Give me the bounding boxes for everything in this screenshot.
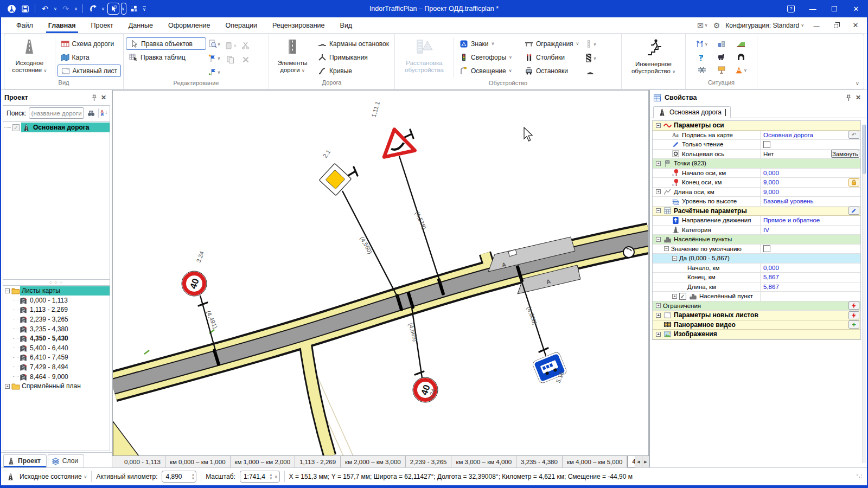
copy-icon[interactable] xyxy=(226,55,235,64)
panel-splitter[interactable]: ⁘⁘⁘ xyxy=(3,280,110,285)
undo-dropdown-icon[interactable]: ∨ xyxy=(53,7,58,11)
value-checkbox[interactable] xyxy=(763,245,770,252)
active-sheet-button[interactable]: Активный лист xyxy=(58,65,121,77)
property-value[interactable]: 5,867 xyxy=(763,274,779,280)
property-value[interactable]: 0,000 xyxy=(763,265,779,271)
property-section[interactable]: −Расчётные параметры xyxy=(653,207,860,216)
go-to-flag-button[interactable]: ∨ xyxy=(207,66,221,79)
add-button[interactable]: + xyxy=(848,320,859,329)
map-sheet-item[interactable]: 6,410 - 7,459 xyxy=(3,353,110,363)
traffic-lights-button[interactable]: Светофоры∨ xyxy=(456,51,520,63)
property-row[interactable]: 0,Конец оси, км9,000 xyxy=(653,178,860,188)
embankment-icon[interactable] xyxy=(737,40,745,48)
engineering-equipment-button[interactable]: Инженерное обустройство ∨ xyxy=(624,36,683,76)
road-visibility-checkbox[interactable]: ✓ xyxy=(12,124,20,131)
pin-icon[interactable] xyxy=(844,93,853,102)
sheet-tab[interactable]: 2,239 - 3,265 xyxy=(406,456,452,467)
bus-stops-button[interactable]: Остановки xyxy=(521,65,582,77)
app-icon[interactable] xyxy=(5,3,17,15)
expand-expander[interactable]: + xyxy=(656,161,661,166)
guide-sign-button[interactable]: ∨ xyxy=(583,52,597,65)
sheet-tab[interactable]: 0,000 - 1,113 xyxy=(120,456,165,467)
project-tab[interactable]: Проект xyxy=(3,454,47,467)
settings-gear-icon[interactable]: ⚙ xyxy=(713,21,720,30)
expand-expander[interactable]: + xyxy=(5,384,10,389)
road-tree-item[interactable]: ✓ Основная дорога xyxy=(3,122,110,133)
paste-button[interactable]: ∨ xyxy=(225,41,237,50)
road-schema-button[interactable]: Схема дороги xyxy=(58,37,121,50)
menu-tab[interactable]: Данные xyxy=(121,17,161,33)
object-tab[interactable]: Основная дорога xyxy=(653,106,731,118)
preview-button[interactable]: ∨ xyxy=(207,37,221,50)
menu-tab[interactable]: Операции xyxy=(218,17,265,33)
map-sheet-item[interactable]: 2,239 - 3,265 xyxy=(3,314,110,324)
initial-state-button[interactable]: Исходное состояние ∨ xyxy=(7,36,53,76)
checkbox[interactable]: ✓ xyxy=(679,293,686,300)
tabs-scroll-left-icon[interactable]: ◀ xyxy=(635,456,642,467)
ribbon-collapse-icon[interactable]: ∨ xyxy=(856,80,859,86)
map-sheet-item[interactable]: 7,429 - 8,494 xyxy=(3,362,110,372)
collapse-expander[interactable]: − xyxy=(664,246,669,251)
delete-icon[interactable] xyxy=(241,55,250,64)
document-close-button[interactable]: ✕ xyxy=(848,20,863,31)
property-section[interactable]: −Параметры оси xyxy=(653,121,860,131)
property-row[interactable]: Направление движенияПрямое и обратное xyxy=(653,216,860,226)
redo-dropdown-icon[interactable]: ∨ xyxy=(73,7,79,11)
redo-button[interactable]: ↷ xyxy=(60,3,72,15)
find-binoculars-icon[interactable] xyxy=(86,108,96,118)
map-sheet-item[interactable]: 3,235 - 4,380 xyxy=(3,324,110,334)
map-sheet-item[interactable]: 4,350 - 5,430 xyxy=(3,333,110,343)
sheet-tab[interactable]: 3,235 - 4,380 xyxy=(516,456,563,467)
recalculate-button[interactable] xyxy=(848,301,859,310)
save-button[interactable] xyxy=(19,3,31,15)
lighting-button[interactable]: Освещение∨ xyxy=(456,65,520,77)
edit-tables-button[interactable]: Правка таблиц xyxy=(126,51,206,63)
sheet-tab[interactable]: км 3,000 – км 4,000 xyxy=(451,456,516,467)
sign-speed-limit-40-a[interactable]: 40 xyxy=(182,271,207,296)
barriers-button[interactable]: Ограждения∨ xyxy=(521,37,582,50)
property-value[interactable]: Базовый уровень xyxy=(763,198,813,204)
stop-pockets-button[interactable]: Карманы остановок xyxy=(315,37,392,50)
property-row[interactable]: +LДлина оси, км9,000 xyxy=(653,188,860,197)
undo-value-button[interactable]: ↶ xyxy=(848,131,859,139)
edit-objects-button[interactable]: Правка объектов xyxy=(126,37,206,50)
close-panel-icon[interactable]: ✕ xyxy=(853,93,863,102)
map-sheet-item[interactable]: 5,400 - 6,440 xyxy=(3,343,110,353)
property-row[interactable]: Длина, км5,867 xyxy=(653,282,860,292)
tunnel-icon[interactable] xyxy=(737,53,745,61)
power-lines-icon[interactable]: ∨ xyxy=(695,40,708,48)
lock-icon[interactable] xyxy=(848,178,859,187)
map-button[interactable]: Карта xyxy=(58,51,121,63)
feedback-envelope-icon[interactable]: ✉∨ xyxy=(697,21,708,30)
menu-tab[interactable]: Вид xyxy=(333,17,360,33)
sheet-tab[interactable]: км 1,000 – км 2,000 xyxy=(231,456,296,467)
property-row[interactable]: −Значение по умолчанию xyxy=(653,245,860,254)
property-value[interactable]: 9,000 xyxy=(763,189,779,195)
close-panel-icon[interactable]: ✕ xyxy=(99,93,108,102)
sheet-tab[interactable]: км 0,000 – км 1,000 xyxy=(165,456,231,467)
property-value[interactable]: 5,867 xyxy=(763,284,779,290)
property-row[interactable]: Уровень по высотеБазовый уровень xyxy=(653,197,860,207)
property-section[interactable]: +Изображения xyxy=(653,330,860,339)
configuration-selector[interactable]: Конфигурация: Standard∨ xyxy=(725,22,804,29)
property-row[interactable]: −Да (0,000 - 5,867) xyxy=(653,254,860,264)
properties-scrollbar[interactable] xyxy=(862,125,866,463)
sign-dangerous-curve[interactable] xyxy=(379,126,414,157)
menu-tab[interactable]: Главная xyxy=(41,17,84,33)
document-minimize-button[interactable]: — xyxy=(809,20,824,31)
recalculate-button[interactable] xyxy=(848,311,859,319)
property-value[interactable]: Основная дорога xyxy=(763,132,813,138)
property-value[interactable]: 9,000 xyxy=(763,179,779,185)
property-row[interactable]: Только чтение xyxy=(653,140,860,150)
sheet-tab[interactable]: 1,113 - 2,269 xyxy=(295,456,341,467)
posts-button[interactable]: Столбики xyxy=(521,51,582,63)
road-elements-button[interactable]: Элементы дороги ∨ xyxy=(271,36,314,76)
expand-expander[interactable]: + xyxy=(656,303,661,308)
property-row[interactable]: 0,Начало оси, км0,000 xyxy=(653,169,860,178)
close-button[interactable]: ✕ xyxy=(845,0,867,17)
speed-hump-button[interactable] xyxy=(583,66,597,79)
property-value[interactable]: IV xyxy=(763,227,769,233)
cut-icon[interactable] xyxy=(241,41,250,50)
map-sheet-item[interactable]: 8,464 - 9,000 xyxy=(3,372,110,382)
sheet-tab[interactable]: км 2,000 – км 3,000 xyxy=(341,456,406,467)
